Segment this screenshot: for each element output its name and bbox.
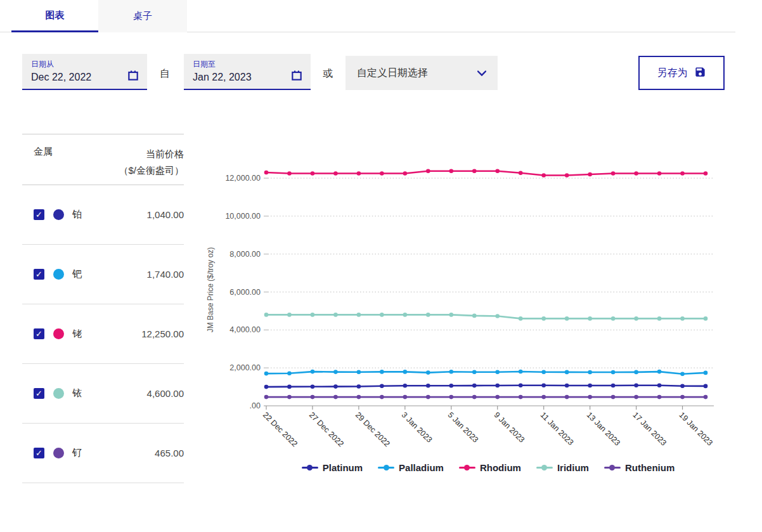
price-chart: .002,000.004,000.006,000.008,000.0010,00… (203, 143, 735, 473)
data-point-platinum (541, 383, 546, 387)
data-point-palladium (680, 372, 685, 376)
data-point-ruthenium (472, 395, 477, 399)
save-icon (694, 66, 706, 81)
metal-row[interactable]: ✓ 钯 1,740.00 (22, 245, 184, 304)
metal-name: 钌 (72, 447, 82, 459)
data-point-palladium (357, 370, 361, 374)
data-point-iridium (449, 313, 453, 317)
metal-checkbox[interactable]: ✓ (34, 448, 44, 458)
y-tick-label: 10,000.00 (225, 212, 261, 221)
calendar-icon[interactable] (127, 69, 139, 84)
date-from-field[interactable]: 日期从 Dec 22, 2022 (22, 54, 147, 90)
tab-table[interactable]: 桌子 (98, 0, 187, 32)
data-point-rhodium (264, 171, 269, 175)
y-tick-label: 12,000.00 (225, 174, 261, 183)
date-to-value: Jan 22, 2023 (193, 72, 303, 83)
metal-color-dot (53, 269, 64, 280)
data-point-rhodium (634, 171, 638, 176)
data-point-platinum (264, 385, 269, 389)
data-point-iridium (680, 316, 685, 321)
price-column-header: 当前价格 （$/金衡盎司） (119, 146, 184, 185)
data-point-iridium (333, 313, 338, 317)
metal-current-price: 1,040.00 (147, 209, 184, 220)
data-point-rhodium (495, 169, 500, 174)
data-point-rhodium (704, 171, 708, 176)
metal-checkbox[interactable]: ✓ (34, 328, 44, 339)
tab-chart[interactable]: 图表 (11, 0, 98, 32)
data-point-platinum (611, 384, 616, 388)
metal-checkbox[interactable]: ✓ (34, 269, 44, 280)
data-point-palladium (657, 370, 662, 374)
data-point-iridium (611, 316, 616, 321)
data-point-rhodium (680, 171, 685, 176)
data-point-platinum (311, 385, 315, 389)
data-point-ruthenium (357, 395, 361, 399)
metal-name: 铑 (72, 328, 82, 340)
data-point-platinum (634, 384, 638, 388)
metal-checkbox[interactable]: ✓ (34, 388, 44, 399)
data-point-platinum (657, 384, 662, 388)
legend-item-platinum[interactable]: Platinum (302, 462, 363, 473)
data-point-platinum (519, 384, 523, 388)
or-connector-text: 或 (323, 67, 333, 81)
metal-rows: ✓ 铂 1,040.00 ✓ 钯 1,740.00 ✓ 铑 12,250.00 … (22, 185, 184, 483)
legend-item-iridium[interactable]: Iridium (536, 462, 589, 473)
data-point-iridium (287, 313, 292, 317)
legend-label: Palladium (399, 462, 444, 473)
x-tick-label: 5 Jan 2023 (446, 410, 481, 444)
data-point-palladium (311, 370, 315, 374)
data-point-palladium (449, 370, 453, 374)
data-point-palladium (611, 370, 616, 375)
data-point-platinum (287, 385, 292, 389)
metal-row[interactable]: ✓ 铱 4,600.00 (22, 364, 184, 424)
line-chart-canvas[interactable]: .002,000.004,000.006,000.008,000.0010,00… (203, 143, 735, 461)
data-point-platinum (704, 384, 708, 389)
data-point-palladium (519, 370, 523, 374)
metal-color-dot (53, 328, 64, 339)
data-point-platinum (333, 384, 338, 389)
data-point-iridium (472, 314, 477, 318)
date-to-label: 日期至 (193, 59, 303, 70)
data-point-platinum (449, 384, 453, 388)
legend-marker-icon (536, 465, 553, 470)
legend-label: Ruthenium (625, 462, 675, 473)
data-point-palladium (704, 371, 708, 375)
data-point-rhodium (287, 171, 292, 176)
data-point-palladium (472, 370, 477, 374)
metal-prices-page: 图表 桌子 日期从 Dec 22, 2022 自 日期至 Jan 22, 202… (0, 0, 762, 532)
legend-item-ruthenium[interactable]: Ruthenium (604, 462, 675, 473)
data-point-palladium (333, 370, 338, 374)
date-preset-dropdown[interactable]: 自定义日期选择 (345, 56, 498, 90)
metal-row[interactable]: ✓ 铂 1,040.00 (22, 185, 184, 245)
chart-legend: PlatinumPalladiumRhodiumIridiumRuthenium (263, 462, 713, 473)
date-to-field[interactable]: 日期至 Jan 22, 2023 (184, 54, 311, 90)
data-point-ruthenium (541, 395, 546, 399)
tab-bar: 图表 桌子 (0, 0, 735, 32)
legend-label: Rhodium (480, 462, 521, 473)
save-as-button[interactable]: 另存为 (638, 56, 725, 90)
data-point-palladium (634, 370, 638, 375)
data-point-platinum (403, 384, 408, 388)
data-point-ruthenium (403, 395, 408, 399)
data-point-palladium (426, 370, 430, 375)
data-point-iridium (657, 316, 662, 321)
from-connector-text: 自 (160, 67, 170, 81)
date-from-label: 日期从 (31, 59, 139, 70)
metal-row[interactable]: ✓ 钌 465.00 (22, 424, 184, 483)
x-tick-label: 13 Jan 2023 (585, 410, 623, 448)
legend-item-rhodium[interactable]: Rhodium (459, 462, 521, 473)
calendar-icon[interactable] (290, 69, 303, 84)
data-point-platinum (380, 384, 384, 388)
data-point-platinum (680, 384, 685, 388)
data-point-platinum (565, 384, 569, 388)
metal-row[interactable]: ✓ 铑 12,250.00 (22, 304, 184, 364)
metal-checkbox[interactable]: ✓ (34, 209, 44, 220)
data-point-ruthenium (426, 395, 430, 399)
data-point-rhodium (541, 173, 546, 178)
data-point-rhodium (657, 171, 662, 176)
data-point-iridium (588, 316, 592, 321)
metal-color-dot (53, 388, 64, 399)
data-point-rhodium (565, 173, 569, 178)
legend-item-palladium[interactable]: Palladium (378, 462, 444, 473)
y-axis-title: JM Base Price ($/troy oz) (206, 247, 215, 333)
